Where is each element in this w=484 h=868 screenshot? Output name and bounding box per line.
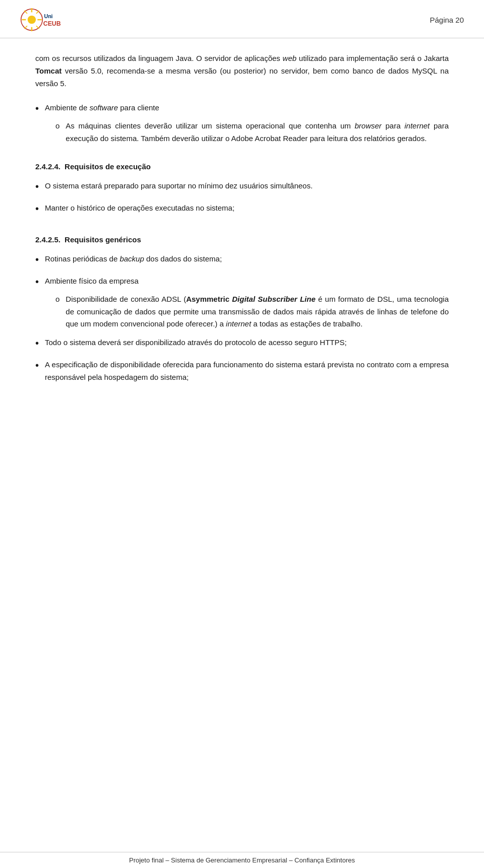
bullet-gen-4: • A especificação de disponibilidade ofe… xyxy=(35,359,449,384)
bullet-dot-exec-2: • xyxy=(35,201,39,217)
footer-text: Projeto final – Sistema de Gerenciamento… xyxy=(129,856,355,864)
sub-bullet-machines: o As máquinas clientes deverão utilizar … xyxy=(55,120,449,145)
bullet-software-main: • Ambiente de software para cliente xyxy=(35,102,449,117)
page-header: Uni CEUB Página 20 xyxy=(0,0,484,38)
logo-area: Uni CEUB xyxy=(20,6,66,34)
svg-point-1 xyxy=(28,16,36,24)
section-2424-title: Requisitos de execução xyxy=(65,162,151,171)
uniceub-logo: Uni CEUB xyxy=(20,6,66,34)
svg-text:CEUB: CEUB xyxy=(43,20,61,27)
bullet-gen-2: • Ambiente físico da empresa xyxy=(35,275,449,290)
section-2424-heading-line: 2.4.2.4. Requisitos de execução xyxy=(35,160,449,176)
sub-bullet-machines-text: As máquinas clientes deverão utilizar um… xyxy=(66,120,449,145)
bullet-exec-1: • O sistema estará preparado para suport… xyxy=(35,180,449,195)
bullet-dot-gen-2: • xyxy=(35,274,39,290)
bullet-gen-3: • Todo o sistema deverá ser disponibiliz… xyxy=(35,337,449,352)
bullet-dot-gen-4: • xyxy=(35,357,39,374)
bullet-exec-2: • Manter o histórico de operações execut… xyxy=(35,202,449,217)
sub-bullet-adsl-text: Disponibilidade de conexão ADSL (Asymmet… xyxy=(66,293,449,330)
section-2425-title: Requisitos genéricos xyxy=(65,235,141,244)
sub-bullet-marker-1: o xyxy=(55,120,59,132)
bullet-dot-gen-1: • xyxy=(35,251,39,268)
bullet-exec-1-text: O sistema estará preparado para suportar… xyxy=(45,180,449,192)
bullet-dot-exec-1: • xyxy=(35,178,39,195)
section-2424-number: 2.4.2.4. xyxy=(35,162,60,171)
bullet-gen-3-text: Todo o sistema deverá ser disponibilizad… xyxy=(45,337,449,349)
page-container: Uni CEUB Página 20 com os recursos utili… xyxy=(0,0,484,868)
section-2425-number: 2.4.2.5. xyxy=(35,235,60,244)
sub-bullet-marker-adsl: o xyxy=(55,293,59,306)
bullet-dot-gen-3: • xyxy=(35,335,39,352)
page-footer: Projeto final – Sistema de Gerenciamento… xyxy=(0,852,484,868)
section-2425-heading-line: 2.4.2.5. Requisitos genéricos xyxy=(35,233,449,249)
bullet-software-section: • Ambiente de software para cliente o As… xyxy=(35,102,449,145)
section-2424: 2.4.2.4. Requisitos de execução • O sist… xyxy=(35,160,449,217)
main-content: com os recursos utilizados da linguagem … xyxy=(0,38,484,852)
page-number: Página 20 xyxy=(430,16,464,24)
bullet-gen-1-text: Rotinas periódicas de backup dos dados d… xyxy=(45,253,449,265)
bullet-dot-1: • xyxy=(35,100,39,117)
bullet-gen-4-text: A especificação de disponibilidade ofere… xyxy=(45,359,449,384)
svg-text:Uni: Uni xyxy=(44,13,52,19)
bullet-exec-2-text: Manter o histórico de operações executad… xyxy=(45,202,449,215)
section-2425: 2.4.2.5. Requisitos genéricos • Rotinas … xyxy=(35,233,449,384)
bullet-gen-1: • Rotinas periódicas de backup dos dados… xyxy=(35,253,449,268)
paragraph-intro: com os recursos utilizados da linguagem … xyxy=(35,52,449,90)
bullet-software-label: Ambiente de software para cliente xyxy=(45,102,449,114)
sub-bullet-adsl: o Disponibilidade de conexão ADSL (Asymm… xyxy=(55,293,449,330)
bullet-gen-2-text: Ambiente físico da empresa xyxy=(45,275,449,288)
